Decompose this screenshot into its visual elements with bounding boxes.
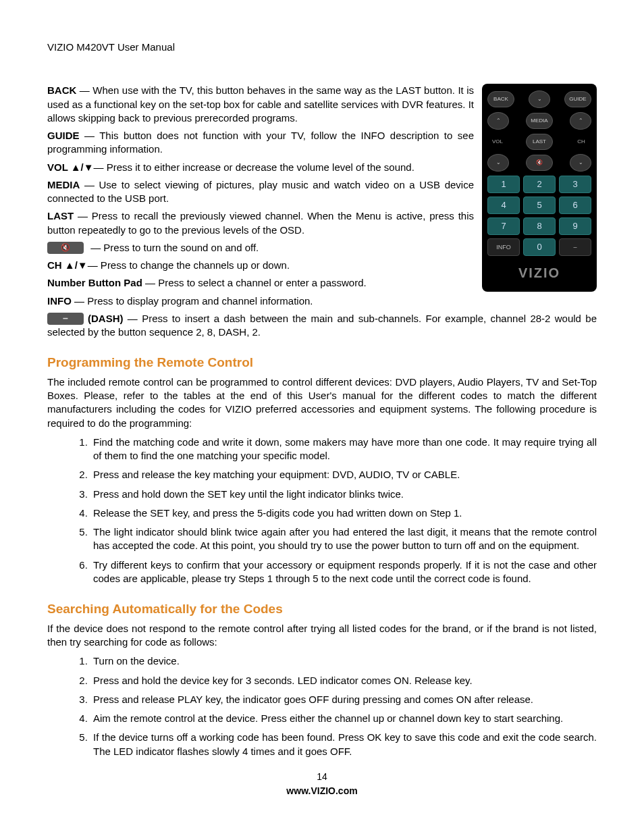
prog-step-5: The light indicator should blink twice a…: [90, 525, 597, 553]
remote-down-icon: ⌄: [529, 90, 550, 108]
def-vol-text: — Press it to either increase or decreas…: [94, 161, 414, 173]
remote-key-7: 7: [487, 217, 520, 235]
remote-key-9: 9: [559, 217, 591, 235]
def-guide-key: GUIDE: [47, 130, 80, 141]
def-back-text: — When use with the TV, this button beha…: [47, 84, 474, 124]
remote-key-0: 0: [523, 238, 556, 256]
prog-step-6: Try different keys to confirm that your …: [90, 558, 597, 586]
def-back-key: BACK: [47, 84, 76, 96]
remote-keypad: 1 2 3 4 5 6 7 8 9 INFO 0 –: [487, 176, 591, 256]
def-dash: (DASH) — Press to insert a dash between …: [47, 312, 597, 340]
def-info-key: INFO: [47, 295, 72, 307]
def-media-key: MEDIA: [47, 179, 80, 190]
page-footer: 14 www.VIZIO.com: [47, 771, 597, 798]
remote-guide-button: GUIDE: [564, 91, 591, 107]
remote-media-button: MEDIA: [526, 113, 553, 129]
remote-info-button: INFO: [487, 238, 520, 256]
def-last-text: — Press to recall the previously viewed …: [47, 210, 474, 235]
remote-last-button: LAST: [526, 134, 553, 150]
remote-back-button: BACK: [487, 91, 514, 107]
dash-button-icon: [47, 313, 84, 325]
remote-illustration: BACK ⌄ GUIDE ⌃ MEDIA ⌃ VOL LAST CH ⌄ 🔇 ⌄…: [482, 84, 597, 292]
footer-url: www.VIZIO.com: [47, 785, 597, 798]
remote-figure: BACK ⌄ GUIDE ⌃ MEDIA ⌃ VOL LAST CH ⌄ 🔇 ⌄…: [482, 84, 597, 292]
def-last-key: LAST: [47, 210, 74, 221]
remote-key-3: 3: [559, 176, 591, 193]
page-number: 14: [47, 771, 597, 783]
remote-key-6: 6: [559, 197, 591, 214]
remote-vol-up-icon: ⌃: [487, 112, 509, 130]
remote-key-4: 4: [487, 197, 520, 214]
remote-ch-label: CH: [571, 138, 591, 146]
def-ch-text: — Press to change the channels up or dow…: [88, 259, 290, 271]
def-guide-text: — This button does not function with you…: [47, 130, 474, 155]
remote-key-1: 1: [487, 176, 520, 193]
section-programming-intro: The included remote control can be progr…: [47, 375, 597, 430]
prog-step-4: Release the SET key, and press the 5-dig…: [90, 506, 597, 520]
remote-key-2: 2: [523, 176, 556, 193]
def-info: INFO — Press to display program and chan…: [47, 294, 597, 308]
prog-step-3: Press and hold down the SET key until th…: [90, 488, 597, 501]
search-step-4: Aim the remote control at the device. Pr…: [90, 712, 597, 725]
mute-button-icon: [47, 242, 84, 254]
section-programming-title: Programming the Remote Control: [47, 354, 597, 371]
search-step-3: Press and release PLAY key, the indicato…: [90, 693, 597, 706]
def-ch-key: CH ▲/▼: [47, 259, 88, 271]
prog-step-1: Find the matching code and write it down…: [90, 436, 597, 463]
def-media-text: — Use to select viewing of pictures, pla…: [47, 179, 474, 204]
def-dash-text: — Press to insert a dash between the mai…: [47, 313, 597, 338]
prog-step-2: Press and release the key matching your …: [90, 468, 597, 481]
def-mute-text: — Press to turn the sound on and off.: [88, 242, 259, 253]
search-step-1: Turn on the device.: [90, 654, 597, 668]
remote-vol-label: VOL: [487, 138, 508, 146]
section-searching-steps: Turn on the device. Press and hold the d…: [47, 654, 597, 758]
def-info-text: — Press to display program and channel i…: [72, 295, 313, 307]
remote-mute-icon: 🔇: [526, 155, 553, 171]
search-step-5: If the device turns off a working code h…: [90, 731, 597, 758]
page-header: VIZIO M420VT User Manual: [47, 41, 597, 54]
remote-key-5: 5: [523, 197, 556, 214]
section-searching-title: Searching Automatically for the Codes: [47, 600, 597, 618]
remote-ch-down-icon: ⌄: [570, 154, 591, 172]
section-programming-steps: Find the matching code and write it down…: [47, 436, 597, 585]
search-step-2: Press and hold the device key for 3 seco…: [90, 674, 597, 687]
section-searching-intro: If the device does not respond to the re…: [47, 622, 597, 650]
def-dash-key: (DASH): [88, 313, 124, 324]
remote-ch-up-icon: ⌃: [570, 112, 591, 130]
remote-vol-down-icon: ⌄: [487, 154, 509, 172]
remote-logo: VIZIO: [487, 264, 591, 282]
def-numpad-key: Number Button Pad: [47, 277, 142, 288]
def-numpad-text: — Press to select a channel or enter a p…: [142, 277, 367, 288]
remote-key-8: 8: [523, 217, 556, 235]
remote-dash-button: –: [559, 238, 591, 256]
def-vol-key: VOL ▲/▼: [47, 161, 94, 173]
